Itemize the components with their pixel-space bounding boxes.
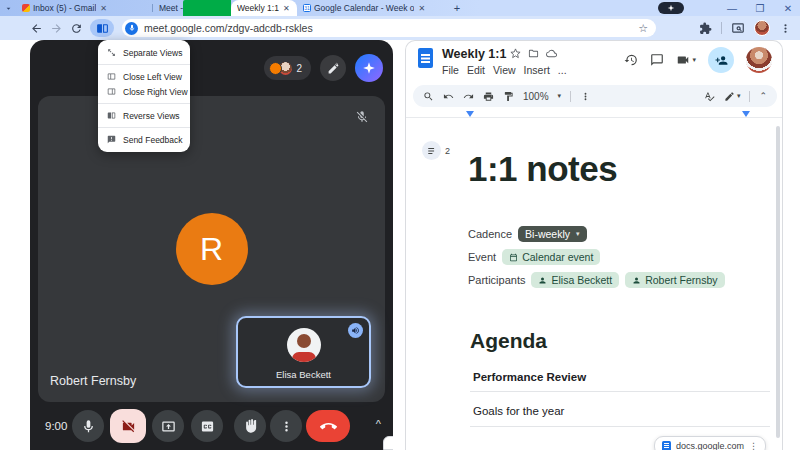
docs-domain-pill[interactable]: docs.google.com ⋮: [654, 436, 766, 450]
comments-icon[interactable]: [650, 53, 664, 67]
end-call-button[interactable]: [306, 410, 350, 442]
participants-pill[interactable]: 2: [264, 56, 311, 80]
pip-name-label: Elisa Beckett: [238, 369, 369, 380]
print-icon[interactable]: [483, 91, 494, 102]
tab-close-icon[interactable]: ✕: [283, 4, 290, 13]
cadence-dropdown-pill[interactable]: Bi-weekly ▾: [518, 226, 586, 242]
reload-button[interactable]: [66, 18, 86, 38]
meet-call-button[interactable]: ▾: [676, 53, 696, 67]
right-indent-marker[interactable]: [742, 111, 750, 117]
toolbar-divider: [570, 91, 571, 102]
domain-pill-menu-icon[interactable]: ⋮: [749, 441, 758, 450]
tab-close-icon[interactable]: ✕: [100, 4, 107, 13]
editing-mode-button[interactable]: ▾: [724, 91, 741, 102]
pip-video-tile[interactable]: Elisa Beckett: [236, 316, 371, 388]
camera-off-button[interactable]: [110, 409, 146, 443]
tab-gmail[interactable]: Inbox (5) - Gmail ✕: [16, 0, 152, 16]
agenda-divider: [470, 426, 770, 427]
share-button[interactable]: [708, 47, 734, 73]
version-history-icon[interactable]: [624, 53, 638, 67]
browser-menu-icon[interactable]: [779, 22, 792, 35]
captions-button[interactable]: [191, 410, 223, 442]
tab-list-chevron-icon[interactable]: [0, 0, 16, 16]
document-title[interactable]: Weekly 1:1: [442, 47, 506, 61]
docs-scrollbar[interactable]: [776, 126, 780, 438]
menu-file[interactable]: File: [442, 64, 459, 76]
tab-calendar[interactable]: Google Calendar - Week o ✕: [297, 0, 445, 16]
mic-permission-icon[interactable]: [125, 22, 138, 35]
outline-count: 2: [445, 146, 450, 156]
toolbar-right-icons: [699, 16, 792, 40]
annotate-button[interactable]: [320, 55, 346, 81]
agenda-item[interactable]: Performance Review: [473, 371, 586, 383]
zoom-chevron-icon[interactable]: ▾: [558, 92, 562, 100]
agenda-item[interactable]: Goals for the year: [473, 405, 564, 417]
extensions-icon[interactable]: [699, 22, 712, 35]
toolbar-more-icon[interactable]: [580, 91, 591, 102]
participant-name-label: Robert Fernsby: [50, 374, 136, 388]
menu-item-reverse-views[interactable]: Reverse Views: [98, 108, 190, 123]
tab-weekly-doc[interactable]: Weekly 1:1 ✕: [231, 0, 297, 16]
url-text[interactable]: meet.google.com/zdgv-adcdb-rskles: [144, 22, 632, 34]
present-button[interactable]: [152, 410, 184, 442]
person-chip[interactable]: Robert Fernsby: [625, 272, 724, 288]
redo-icon[interactable]: [463, 91, 474, 102]
side-panel-search-icon[interactable]: [731, 21, 745, 35]
menu-item-send-feedback[interactable]: Send Feedback: [98, 132, 190, 147]
meeting-time: 9:00: [45, 420, 67, 432]
forward-button[interactable]: [46, 18, 66, 38]
sparkle-icon: [667, 4, 675, 12]
star-document-icon[interactable]: [510, 48, 521, 59]
raise-hand-button[interactable]: [234, 410, 266, 442]
tab-meet[interactable]: Meet - ✕: [153, 0, 231, 16]
cadence-row: Cadence Bi-weekly ▾: [468, 226, 725, 242]
close-window-button[interactable]: ✕: [782, 2, 794, 14]
tab-close-icon[interactable]: ✕: [418, 4, 425, 13]
browser-window: Inbox (5) - Gmail ✕ Meet - ✕ Weekly 1:1 …: [0, 0, 800, 450]
zoom-level[interactable]: 100%: [523, 91, 549, 102]
minimize-button[interactable]: —: [726, 2, 738, 14]
close-left-view-icon: [107, 72, 116, 81]
menu-edit[interactable]: Edit: [467, 64, 485, 76]
outline-icon[interactable]: [422, 141, 441, 160]
restore-button[interactable]: ❐: [754, 2, 766, 14]
left-indent-marker[interactable]: [466, 111, 474, 117]
more-options-button[interactable]: [270, 410, 302, 442]
profile-avatar[interactable]: [754, 20, 770, 36]
docs-menubar: File Edit View Insert ...: [442, 64, 567, 76]
meet-domain-pill-corner: [383, 436, 393, 450]
calendar-icon: [509, 253, 518, 262]
move-folder-icon[interactable]: [528, 48, 539, 59]
undo-icon[interactable]: [443, 91, 454, 102]
menu-item-close-left-view[interactable]: Close Left View: [98, 69, 190, 84]
menu-view[interactable]: View: [493, 64, 516, 76]
collapse-toolbar-chevron[interactable]: ⌃: [759, 91, 767, 101]
videocam-icon: [676, 53, 690, 67]
gemini-button[interactable]: [355, 54, 383, 82]
tab-title: Weekly 1:1: [237, 3, 279, 13]
controls-collapse-chevron[interactable]: ^: [376, 418, 381, 430]
outline-chip[interactable]: 2: [422, 141, 450, 160]
menu-insert[interactable]: Insert: [524, 64, 550, 76]
address-bar[interactable]: meet.google.com/zdgv-adcdb-rskles ☆: [122, 19, 656, 37]
menu-overflow[interactable]: ...: [558, 64, 567, 76]
end-call-icon: [320, 418, 337, 435]
domain-text: docs.google.com: [676, 441, 744, 450]
paint-format-icon[interactable]: [503, 91, 514, 102]
new-tab-button[interactable]: +: [449, 0, 465, 16]
menu-item-separate-views[interactable]: Separate Views: [98, 45, 190, 60]
back-button[interactable]: [26, 18, 46, 38]
docs-profile-avatar[interactable]: [746, 47, 772, 73]
menu-item-close-right-view[interactable]: Close Right View: [98, 84, 190, 99]
calendar-event-chip[interactable]: Calendar event: [502, 249, 600, 265]
person-chip[interactable]: Elisa Beckett: [531, 272, 619, 288]
docs-header: Weekly 1:1 File Edit View Insert ...: [406, 41, 782, 83]
text-check-icon[interactable]: [704, 91, 715, 102]
bookmark-star-icon[interactable]: ☆: [638, 22, 648, 35]
tab-organize-button[interactable]: [658, 2, 684, 14]
search-icon[interactable]: [423, 91, 434, 102]
camera-off-icon: [121, 419, 136, 434]
split-view-button[interactable]: [90, 19, 114, 37]
toolbar-divider: [749, 91, 750, 102]
mic-button[interactable]: [72, 410, 104, 442]
